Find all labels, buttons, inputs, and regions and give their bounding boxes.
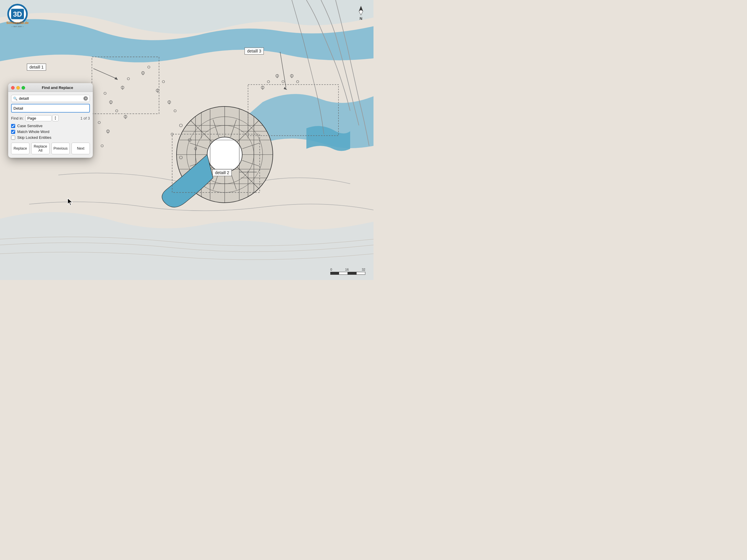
annotation-detail3: detaill 3 — [244, 48, 264, 55]
close-button[interactable] — [11, 86, 15, 89]
traffic-lights — [11, 86, 25, 89]
replace-all-button[interactable]: Replace All — [31, 143, 50, 154]
scale-label-32: 32 — [362, 268, 365, 271]
action-buttons: Replace Replace All Previous Next — [11, 143, 90, 154]
find-in-stepper[interactable]: ▲▼ — [52, 115, 59, 121]
find-in-label: Find in: — [11, 116, 24, 121]
case-sensitive-checkbox[interactable] — [11, 124, 15, 128]
previous-button[interactable]: Previous — [51, 143, 70, 154]
scale-bar: 0 16 32 — [330, 268, 365, 275]
find-in-row: Find in: Page Document Selection ▲▼ 1 of… — [11, 115, 90, 121]
replace-button[interactable]: Replace — [11, 143, 29, 154]
dialog-title: Find and Replace — [25, 85, 90, 90]
dialog-titlebar: Find and Replace — [8, 83, 93, 92]
match-whole-word-label: Match Whole Word — [17, 130, 49, 134]
find-in-select[interactable]: Page Document Selection — [25, 115, 52, 121]
logo: 3D INFORMATION · BERATUNG · HANDEL Softw… — [3, 3, 41, 29]
scale-bar-graphic — [330, 272, 365, 275]
search-field-container: 🔍 ✕ — [11, 95, 90, 102]
svg-text:— SEIT 2004 —: — SEIT 2004 — — [11, 26, 24, 27]
replace-input[interactable] — [14, 106, 87, 110]
svg-text:3D: 3D — [13, 10, 22, 18]
case-sensitive-row[interactable]: Case Sensitive — [11, 124, 90, 128]
minimize-button[interactable] — [16, 86, 20, 89]
svg-marker-90 — [359, 10, 363, 15]
replace-field-container — [11, 104, 90, 113]
skip-locked-checkbox[interactable] — [11, 136, 15, 140]
case-sensitive-label: Case Sensitive — [17, 124, 43, 128]
north-arrow: N — [357, 5, 365, 21]
skip-locked-label: Skip Locked Entities — [17, 135, 51, 140]
scale-label-0: 0 — [330, 268, 332, 271]
scale-label-16: 16 — [345, 268, 349, 271]
dialog-body: 🔍 ✕ Find in: Page Document Selection ▲▼ … — [8, 92, 93, 158]
find-replace-dialog: Find and Replace 🔍 ✕ Find in: Page Docum… — [8, 83, 93, 158]
annotation-detail1: detaill 1 — [27, 63, 46, 71]
search-icon: 🔍 — [13, 97, 18, 101]
find-in-wrapper: Page Document Selection — [25, 115, 52, 121]
next-button[interactable]: Next — [72, 143, 90, 154]
skip-locked-row[interactable]: Skip Locked Entities — [11, 135, 90, 140]
svg-text:Software3D.de: Software3D.de — [6, 21, 29, 25]
clear-search-button[interactable]: ✕ — [83, 96, 88, 101]
match-whole-word-row[interactable]: Match Whole Word — [11, 130, 90, 134]
match-whole-word-checkbox[interactable] — [11, 130, 15, 134]
north-label: N — [360, 16, 362, 21]
annotation-detail2: detaill 2 — [212, 169, 232, 176]
result-count: 1 of 3 — [80, 116, 90, 121]
maximize-button[interactable] — [22, 86, 25, 89]
search-input[interactable] — [19, 96, 83, 101]
